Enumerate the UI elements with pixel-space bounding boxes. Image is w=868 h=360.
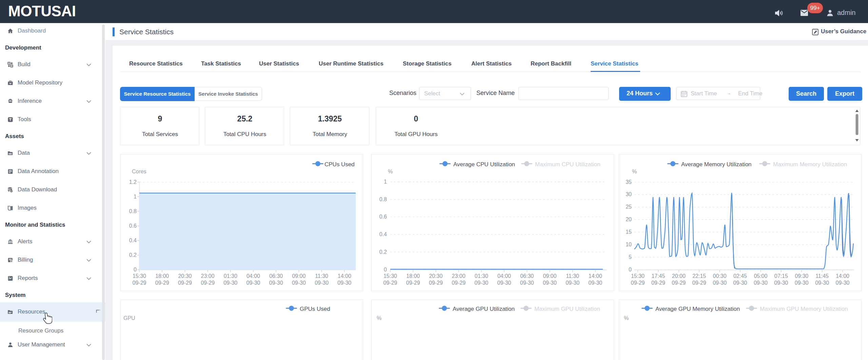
svg-text:09-29: 09-29 — [452, 280, 466, 286]
svg-text:00:30: 00:30 — [713, 273, 727, 279]
svg-text:09-29: 09-29 — [133, 280, 146, 286]
svg-text:Maximum Memory Utilization: Maximum Memory Utilization — [773, 161, 847, 168]
svg-text:09-30: 09-30 — [223, 280, 237, 286]
svg-text:Cores: Cores — [132, 169, 146, 174]
svg-text:14:00: 14:00 — [836, 273, 849, 279]
svg-text:09-30: 09-30 — [836, 280, 850, 286]
svg-text:Average Memory Utilization: Average Memory Utilization — [681, 161, 752, 168]
svg-text:23:00: 23:00 — [201, 273, 215, 279]
svg-text:30: 30 — [626, 191, 632, 197]
svg-text:11:30: 11:30 — [566, 273, 579, 279]
svg-text:CPUs Used: CPUs Used — [324, 161, 355, 168]
svg-text:Maximum GPU Utilization: Maximum GPU Utilization — [534, 306, 600, 312]
svg-text:0: 0 — [629, 267, 632, 272]
svg-text:0.6: 0.6 — [379, 214, 387, 220]
svg-text:15:30: 15:30 — [133, 273, 146, 279]
svg-text:18:00: 18:00 — [406, 273, 420, 279]
svg-text:14:00: 14:00 — [338, 273, 351, 279]
svg-text:GPU: GPU — [123, 315, 135, 321]
svg-text:0.2: 0.2 — [379, 249, 387, 255]
svg-text:%: % — [377, 315, 381, 321]
svg-text:09-30: 09-30 — [315, 280, 329, 286]
svg-text:02:45: 02:45 — [733, 273, 747, 279]
svg-text:35: 35 — [626, 179, 632, 185]
svg-text:09-29: 09-29 — [155, 280, 169, 286]
svg-text:04:00: 04:00 — [246, 273, 260, 279]
svg-text:09-30: 09-30 — [815, 280, 829, 286]
svg-text:Average GPU Memory Utilization: Average GPU Memory Utilization — [655, 306, 740, 312]
svg-text:09-29: 09-29 — [178, 280, 192, 286]
svg-text:20: 20 — [626, 216, 632, 222]
svg-text:1: 1 — [384, 179, 387, 185]
svg-text:01:30: 01:30 — [475, 273, 488, 279]
svg-text:Maximum CPU Utilization: Maximum CPU Utilization — [535, 161, 600, 168]
svg-text:09-29: 09-29 — [672, 280, 686, 286]
svg-text:%: % — [388, 169, 393, 174]
svg-text:11:45: 11:45 — [815, 273, 829, 279]
svg-text:14:00: 14:00 — [589, 273, 602, 279]
svg-text:11:30: 11:30 — [315, 273, 328, 279]
svg-text:09-30: 09-30 — [337, 280, 351, 286]
svg-text:09-30: 09-30 — [497, 280, 511, 286]
svg-text:06:30: 06:30 — [520, 273, 534, 279]
svg-text:09-30: 09-30 — [754, 280, 768, 286]
svg-text:09-29: 09-29 — [631, 280, 645, 286]
svg-text:1: 1 — [134, 194, 137, 200]
svg-text:05:00: 05:00 — [754, 273, 767, 279]
svg-text:09-30: 09-30 — [543, 280, 557, 286]
svg-text:09-29: 09-29 — [429, 280, 443, 286]
svg-text:09-30: 09-30 — [713, 280, 727, 286]
svg-text:%: % — [624, 315, 629, 321]
svg-text:09:00: 09:00 — [543, 273, 556, 279]
svg-text:09-30: 09-30 — [269, 280, 283, 286]
svg-text:15: 15 — [626, 229, 632, 235]
svg-text:%: % — [632, 169, 637, 174]
svg-text:Average CPU Utilization: Average CPU Utilization — [453, 161, 515, 168]
svg-text:18:00: 18:00 — [155, 273, 169, 279]
svg-text:15:30: 15:30 — [631, 273, 645, 279]
svg-text:20:00: 20:00 — [672, 273, 686, 279]
svg-text:23:00: 23:00 — [452, 273, 466, 279]
svg-text:09-30: 09-30 — [733, 280, 747, 286]
svg-text:10: 10 — [626, 242, 632, 247]
svg-text:25: 25 — [626, 204, 632, 210]
svg-text:06:30: 06:30 — [269, 273, 283, 279]
svg-text:09-30: 09-30 — [474, 280, 488, 286]
svg-text:0.8: 0.8 — [379, 196, 387, 202]
svg-text:GPUs Used: GPUs Used — [300, 306, 330, 312]
svg-text:09-29: 09-29 — [651, 280, 665, 286]
svg-text:0: 0 — [384, 267, 387, 272]
svg-text:0.4: 0.4 — [379, 231, 387, 237]
svg-text:09-30: 09-30 — [774, 280, 788, 286]
svg-text:09-29: 09-29 — [201, 280, 215, 286]
svg-text:15:30: 15:30 — [383, 273, 397, 279]
svg-text:01:30: 01:30 — [224, 273, 237, 279]
svg-text:Average GPU Utilization: Average GPU Utilization — [453, 306, 515, 312]
svg-text:09-29: 09-29 — [406, 280, 420, 286]
svg-text:04:00: 04:00 — [497, 273, 511, 279]
svg-text:22:15: 22:15 — [692, 273, 706, 279]
svg-text:09-30: 09-30 — [292, 280, 306, 286]
svg-text:09-29: 09-29 — [383, 280, 397, 286]
svg-text:Maximum GPU Memory Utilization: Maximum GPU Memory Utilization — [760, 306, 848, 312]
svg-text:09-30: 09-30 — [246, 280, 260, 286]
svg-text:09-30: 09-30 — [795, 280, 809, 286]
svg-text:09-30: 09-30 — [566, 280, 579, 286]
svg-text:0.2: 0.2 — [129, 252, 137, 258]
svg-text:0.6: 0.6 — [129, 223, 137, 229]
svg-text:20:30: 20:30 — [429, 273, 442, 279]
svg-text:09-29: 09-29 — [692, 280, 706, 286]
svg-text:0.4: 0.4 — [129, 238, 137, 243]
svg-text:20:30: 20:30 — [178, 273, 192, 279]
svg-text:0: 0 — [134, 267, 137, 272]
svg-text:17:45: 17:45 — [651, 273, 665, 279]
svg-text:07:15: 07:15 — [774, 273, 788, 279]
svg-text:09-30: 09-30 — [520, 280, 534, 286]
svg-text:09:30: 09:30 — [795, 273, 808, 279]
svg-text:09:00: 09:00 — [292, 273, 305, 279]
svg-text:1.2: 1.2 — [129, 179, 137, 185]
svg-text:5: 5 — [629, 254, 632, 260]
svg-text:0.8: 0.8 — [129, 208, 137, 214]
svg-text:09-30: 09-30 — [588, 280, 602, 286]
